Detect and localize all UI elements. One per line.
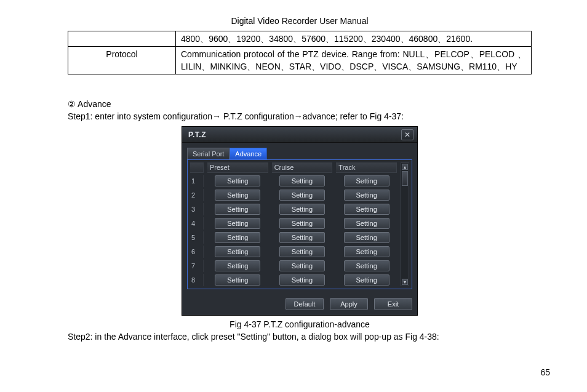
- ptz-tabs: Serial Port Advance: [182, 143, 417, 159]
- ptz-footer: Default Apply Exit: [182, 294, 417, 315]
- exit-button[interactable]: Exit: [374, 298, 412, 310]
- preset-setting-button[interactable]: Setting: [215, 190, 260, 201]
- default-button[interactable]: Default: [286, 298, 324, 310]
- preset-setting-button[interactable]: Setting: [215, 204, 260, 215]
- track-setting-button[interactable]: Setting: [344, 204, 389, 215]
- track-setting-button[interactable]: Setting: [344, 246, 389, 257]
- row-number: 8: [190, 274, 204, 286]
- spec-value-protocol: Communication protocol of the PTZ device…: [176, 47, 532, 74]
- row-number: 6: [190, 246, 204, 258]
- page-number: 65: [540, 367, 550, 377]
- ptz-body: Preset Cruise Track ▴ ▾ 1 Setting Settin…: [187, 159, 412, 289]
- table-row: Protocol Communication protocol of the P…: [68, 47, 532, 74]
- track-setting-button[interactable]: Setting: [344, 175, 389, 186]
- cruise-setting-button[interactable]: Setting: [279, 246, 325, 257]
- cruise-setting-button[interactable]: Setting: [279, 232, 325, 243]
- row-number: 4: [190, 217, 204, 230]
- cruise-setting-button[interactable]: Setting: [279, 190, 325, 201]
- spec-table: 4800、9600、19200、34800、57600、115200、23040…: [68, 31, 532, 74]
- track-setting-button[interactable]: Setting: [344, 274, 389, 286]
- tab-serial-port[interactable]: Serial Port: [187, 148, 230, 159]
- scroll-up-icon[interactable]: ▴: [402, 164, 408, 170]
- column-header-empty: [190, 162, 204, 173]
- cruise-setting-button[interactable]: Setting: [279, 260, 325, 271]
- ptz-titlebar: P.T.Z ✕: [182, 127, 417, 143]
- scrollbar[interactable]: ▴ ▾: [401, 162, 409, 286]
- track-setting-button[interactable]: Setting: [344, 190, 389, 201]
- cruise-setting-button[interactable]: Setting: [279, 204, 325, 215]
- column-header-cruise: Cruise: [272, 162, 333, 173]
- figure-caption: Fig 4-37 P.T.Z configuration-advance: [68, 319, 532, 329]
- row-number: 2: [190, 189, 204, 201]
- step2-text: Step2: in the Advance interface, click p…: [68, 332, 532, 342]
- ptz-grid: Preset Cruise Track ▴ ▾ 1 Setting Settin…: [190, 162, 409, 286]
- cruise-setting-button[interactable]: Setting: [279, 175, 325, 186]
- spec-value-baudrates: 4800、9600、19200、34800、57600、115200、23040…: [176, 31, 532, 47]
- row-number: 5: [190, 231, 204, 244]
- row-number: 1: [190, 175, 204, 187]
- apply-button[interactable]: Apply: [330, 298, 368, 310]
- column-header-preset: Preset: [207, 162, 268, 173]
- preset-setting-button[interactable]: Setting: [215, 260, 260, 271]
- section-heading-advance: ② Advance: [68, 99, 532, 109]
- cruise-setting-button[interactable]: Setting: [279, 274, 325, 286]
- column-header-track: Track: [336, 162, 397, 173]
- document-title: Digital Video Recorder User Manual: [68, 16, 532, 26]
- spec-label-protocol: Protocol: [68, 47, 176, 74]
- table-row: 4800、9600、19200、34800、57600、115200、23040…: [68, 31, 532, 47]
- track-setting-button[interactable]: Setting: [344, 232, 389, 243]
- cruise-setting-button[interactable]: Setting: [279, 218, 325, 229]
- spec-label-empty: [68, 31, 176, 47]
- step1-text: Step1: enter into system configuration→ …: [68, 111, 532, 121]
- row-number: 7: [190, 260, 204, 272]
- preset-setting-button[interactable]: Setting: [215, 218, 260, 229]
- track-setting-button[interactable]: Setting: [344, 218, 389, 229]
- row-number: 3: [190, 203, 204, 215]
- preset-setting-button[interactable]: Setting: [215, 246, 260, 257]
- preset-setting-button[interactable]: Setting: [215, 175, 260, 186]
- preset-setting-button[interactable]: Setting: [215, 232, 260, 243]
- track-setting-button[interactable]: Setting: [344, 260, 389, 271]
- tab-advance[interactable]: Advance: [230, 148, 267, 159]
- scroll-down-icon[interactable]: ▾: [402, 279, 408, 285]
- scroll-thumb[interactable]: [402, 171, 408, 186]
- ptz-window: P.T.Z ✕ Serial Port Advance Preset Cruis…: [182, 126, 418, 316]
- preset-setting-button[interactable]: Setting: [215, 274, 260, 286]
- close-icon[interactable]: ✕: [401, 129, 413, 140]
- scroll-track[interactable]: [401, 170, 409, 279]
- ptz-window-title: P.T.Z: [188, 130, 206, 139]
